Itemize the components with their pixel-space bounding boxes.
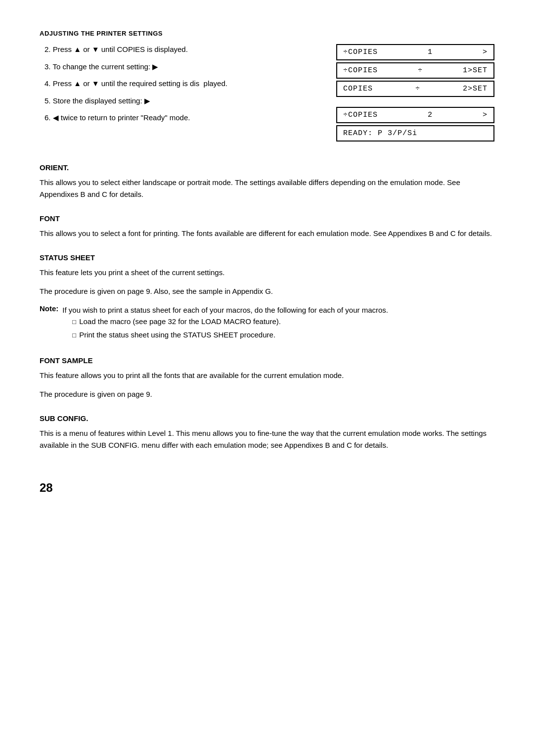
step-5: 5. Store the displayed setting:	[44, 95, 316, 107]
status-sheet-body1: This feature lets you print a sheet of t…	[40, 267, 494, 279]
checkbox-icon-1: □	[72, 317, 76, 327]
sub-config-section: SUB CONFIG. This is a menu of features w…	[40, 414, 494, 451]
orient-section: ORIENT. This allows you to select either…	[40, 163, 494, 200]
font-heading: FONT	[40, 214, 494, 223]
sub-config-heading: SUB CONFIG.	[40, 414, 494, 423]
note-content: If you wish to print a status sheet for …	[62, 304, 388, 342]
lcd-displays: ÷COPIES 1 > ÷COPIES ÷ 1>SET COPIES ÷ 2>S…	[336, 44, 494, 148]
lcd-display-4: ÷COPIES 2 >	[336, 107, 494, 123]
lcd-group-1: ÷COPIES 1 > ÷COPIES ÷ 1>SET COPIES ÷ 2>S…	[336, 44, 494, 97]
step-6: 6. twice to return to printer "Ready" mo…	[44, 112, 316, 124]
arrow-right-icon-2	[144, 96, 150, 105]
arrow-down-icon	[92, 45, 99, 53]
section-title: ADJUSTING THE PRINTER SETTINGS	[40, 30, 494, 37]
font-sample-body2: The procedure is given on page 9.	[40, 388, 494, 400]
page-number: 28	[40, 481, 494, 495]
step-4: 4. Press or until the required setting i…	[44, 78, 316, 90]
checkbox-item-2: □ Print the status sheet using the STATU…	[72, 330, 388, 341]
checkbox-label-2: Print the status sheet using the STATUS …	[79, 330, 275, 341]
font-sample-section: FONT SAMPLE This feature allows you to p…	[40, 356, 494, 400]
arrow-right-icon	[152, 62, 158, 71]
lcd-display-3: COPIES ÷ 2>SET	[336, 81, 494, 97]
note-text: If you wish to print a status sheet for …	[62, 304, 388, 316]
lcd-group-2: ÷COPIES 2 > READY: P 3/P/Si	[336, 107, 494, 142]
font-sample-body1: This feature allows you to print all the…	[40, 370, 494, 381]
note-block: Note: If you wish to print a status shee…	[40, 304, 494, 342]
status-sheet-section: STATUS SHEET This feature lets you print…	[40, 253, 494, 342]
arrow-down-icon-2	[92, 79, 99, 88]
step-3: 3. To change the current setting:	[44, 61, 316, 73]
note-label: Note:	[40, 304, 58, 342]
orient-body: This allows you to select either landsca…	[40, 177, 494, 200]
status-sheet-heading: STATUS SHEET	[40, 253, 494, 262]
lcd-display-1: ÷COPIES 1 >	[336, 44, 494, 60]
arrow-up-icon	[74, 45, 81, 53]
top-section: 2. Press or until COPIES is displayed. 3…	[40, 44, 494, 148]
orient-heading: ORIENT.	[40, 163, 494, 172]
arrow-left-icon	[53, 113, 59, 122]
font-sample-heading: FONT SAMPLE	[40, 356, 494, 365]
page-content: ADJUSTING THE PRINTER SETTINGS 2. Press …	[40, 30, 494, 495]
step-2: 2. Press or until COPIES is displayed.	[44, 44, 316, 55]
checkbox-icon-2: □	[72, 331, 76, 340]
lcd-display-2: ÷COPIES ÷ 1>SET	[336, 62, 494, 79]
lcd-display-5: READY: P 3/P/Si	[336, 125, 494, 142]
checkbox-label-1: Load the macro (see page 32 for the LOAD…	[79, 316, 281, 328]
sub-config-body: This is a menu of features within Level …	[40, 427, 494, 451]
font-body: This allows you to select a font for pri…	[40, 228, 494, 239]
status-sheet-body2: The procedure is given on page 9. Also, …	[40, 285, 494, 297]
font-section: FONT This allows you to select a font fo…	[40, 214, 494, 239]
checkbox-item-1: □ Load the macro (see page 32 for the LO…	[72, 316, 388, 328]
steps-list: 2. Press or until COPIES is displayed. 3…	[40, 44, 316, 148]
arrow-up-icon-2	[74, 79, 81, 88]
